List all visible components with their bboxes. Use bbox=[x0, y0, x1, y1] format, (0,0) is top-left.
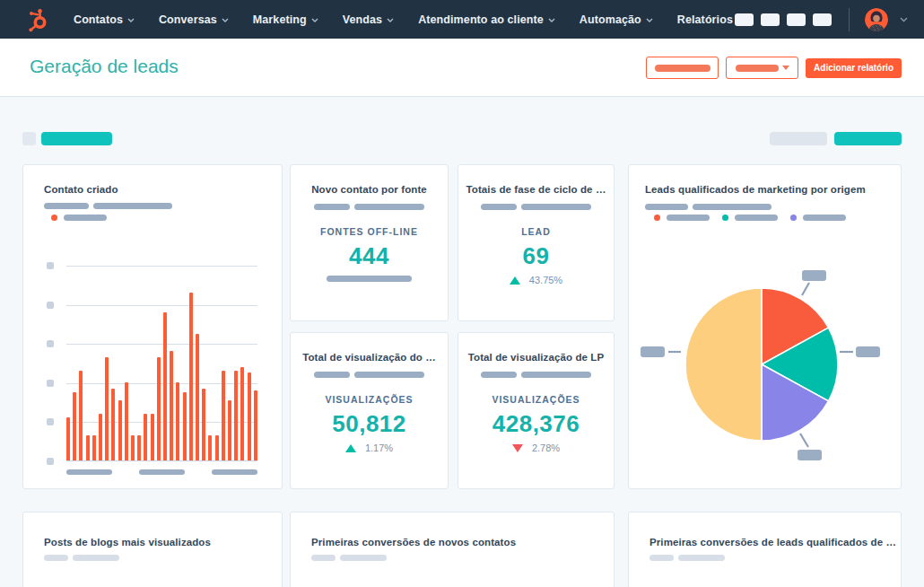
pie-chart bbox=[629, 165, 902, 488]
card-title: Totais de fase de ciclo de … bbox=[458, 184, 614, 195]
nav-item-label: Atendimento ao cliente bbox=[418, 13, 544, 26]
bar bbox=[222, 371, 225, 460]
caret-down-icon bbox=[782, 66, 789, 70]
chevron-down-icon bbox=[127, 18, 135, 22]
metric-value: 50,812 bbox=[291, 410, 448, 438]
metric-footer-placeholder bbox=[291, 276, 448, 282]
card-totais-fase-ciclo: Totais de fase de ciclo de … LEAD 69 43.… bbox=[458, 164, 615, 321]
bar bbox=[248, 372, 251, 460]
bar bbox=[189, 293, 193, 460]
nav-tool-button-2[interactable] bbox=[761, 13, 780, 26]
bar bbox=[73, 392, 76, 460]
chevron-down-icon bbox=[311, 18, 318, 22]
bar bbox=[118, 400, 122, 460]
chevron-down-icon bbox=[387, 18, 394, 22]
chevron-down-icon[interactable] bbox=[900, 17, 908, 22]
delta-up-icon bbox=[345, 444, 356, 452]
pie-callout-label bbox=[802, 270, 826, 281]
nav-tool-button-3[interactable] bbox=[787, 13, 806, 26]
card-title: Primeiras conversões de leads qualificad… bbox=[649, 537, 896, 548]
bar-plot bbox=[66, 266, 257, 460]
nav-item-contatos[interactable]: Contatos bbox=[74, 13, 135, 26]
nav-item-marketing[interactable]: Marketing bbox=[253, 13, 318, 26]
bar bbox=[208, 435, 212, 460]
pie-callout-line bbox=[802, 283, 809, 295]
bar bbox=[240, 367, 244, 460]
chevron-down-icon bbox=[222, 18, 229, 22]
card-mql-por-origem: Leads qualificados de marketing por orig… bbox=[628, 164, 902, 489]
nav-item-label: Conversas bbox=[159, 13, 217, 26]
header-action-button-1[interactable] bbox=[646, 57, 719, 79]
hubspot-logo-icon[interactable] bbox=[27, 7, 50, 32]
nav-item-automacao[interactable]: Automação bbox=[580, 13, 653, 26]
nav-item-label: Relatórios bbox=[677, 13, 733, 26]
bar bbox=[86, 435, 90, 460]
pie-callout-label bbox=[641, 346, 665, 357]
bar bbox=[66, 417, 70, 460]
delta-value: 1.17% bbox=[365, 442, 393, 453]
card-novo-contato-por-fonte: Novo contato por fonte FONTES OFF-LINE 4… bbox=[290, 164, 449, 321]
nav-item-vendas[interactable]: Vendas bbox=[343, 13, 394, 26]
header-actions: Adicionar relatório bbox=[646, 57, 902, 79]
nav-tool-button-1[interactable] bbox=[735, 13, 754, 26]
nav-item-label: Vendas bbox=[343, 13, 382, 26]
nav-menu: Contatos Conversas Marketing Vendas Aten… bbox=[74, 13, 745, 26]
card-subtitle-placeholder bbox=[458, 204, 614, 210]
bar bbox=[254, 390, 257, 460]
filter-left-control[interactable] bbox=[41, 132, 112, 145]
dashboard-page: Contatos Conversas Marketing Vendas Aten… bbox=[0, 0, 924, 587]
card-subtitle-placeholder bbox=[291, 372, 448, 378]
card-title: Primeiras conversões de novos contatos bbox=[311, 537, 516, 548]
bar bbox=[234, 371, 238, 460]
nav-right-controls bbox=[735, 0, 908, 39]
top-navigation-bar: Contatos Conversas Marketing Vendas Aten… bbox=[0, 0, 924, 39]
legend-dot bbox=[51, 215, 57, 221]
header-action-dropdown[interactable] bbox=[726, 57, 798, 79]
user-avatar[interactable] bbox=[865, 8, 888, 31]
filter-right-primary[interactable] bbox=[834, 132, 902, 145]
bar bbox=[202, 389, 205, 460]
bar bbox=[196, 334, 199, 460]
nav-item-atendimento[interactable]: Atendimento ao cliente bbox=[418, 13, 555, 26]
card-subtitle-placeholder bbox=[458, 372, 614, 378]
bar bbox=[144, 414, 147, 460]
pie-slice-origem-4 bbox=[685, 288, 762, 441]
card-subtitle-placeholder bbox=[311, 555, 387, 561]
card-title: Novo contato por fonte bbox=[291, 184, 448, 195]
pie-callout-label bbox=[798, 450, 822, 460]
bar bbox=[131, 435, 135, 460]
metric-value: 444 bbox=[291, 242, 448, 270]
card-subtitle-placeholder bbox=[291, 204, 448, 210]
nav-item-conversas[interactable]: Conversas bbox=[159, 13, 229, 26]
delta-value: 43.75% bbox=[529, 275, 562, 285]
metric-label: VISUALIZAÇÕES bbox=[458, 394, 614, 405]
nav-divider bbox=[849, 8, 850, 31]
card-title: Total de visualização do … bbox=[291, 352, 448, 363]
card-contato-criado: Contato criado bbox=[22, 164, 283, 489]
bar bbox=[163, 312, 167, 460]
bar bbox=[137, 435, 141, 460]
card-visualizacao-lp: Total de visualização de LP VISUALIZAÇÕE… bbox=[458, 332, 615, 489]
metric-delta: 43.75% bbox=[458, 275, 614, 285]
nav-item-label: Automação bbox=[580, 13, 641, 26]
bar bbox=[125, 382, 128, 460]
page-title: Geração de leads bbox=[30, 56, 179, 77]
chevron-down-icon bbox=[548, 18, 555, 22]
metric-label: FONTES OFF-LINE bbox=[291, 226, 448, 237]
bar bbox=[228, 400, 231, 460]
card-subtitle-placeholder bbox=[44, 203, 172, 209]
card-conversoes-novos-contatos: Primeiras conversões de novos contatos bbox=[290, 512, 615, 587]
bar bbox=[105, 357, 109, 460]
filter-checkbox-placeholder[interactable] bbox=[22, 132, 36, 145]
bar bbox=[183, 392, 187, 460]
button-label-placeholder bbox=[736, 65, 779, 72]
nav-tool-button-4[interactable] bbox=[813, 13, 832, 26]
button-label-placeholder bbox=[655, 65, 710, 72]
x-axis-line bbox=[66, 460, 257, 461]
bar bbox=[176, 382, 179, 460]
filter-right-secondary[interactable] bbox=[770, 132, 827, 145]
nav-item-label: Marketing bbox=[253, 13, 307, 26]
y-axis-tick-placeholders bbox=[47, 262, 54, 465]
add-report-button[interactable]: Adicionar relatório bbox=[806, 58, 902, 78]
x-axis-tick-placeholders bbox=[66, 469, 257, 475]
